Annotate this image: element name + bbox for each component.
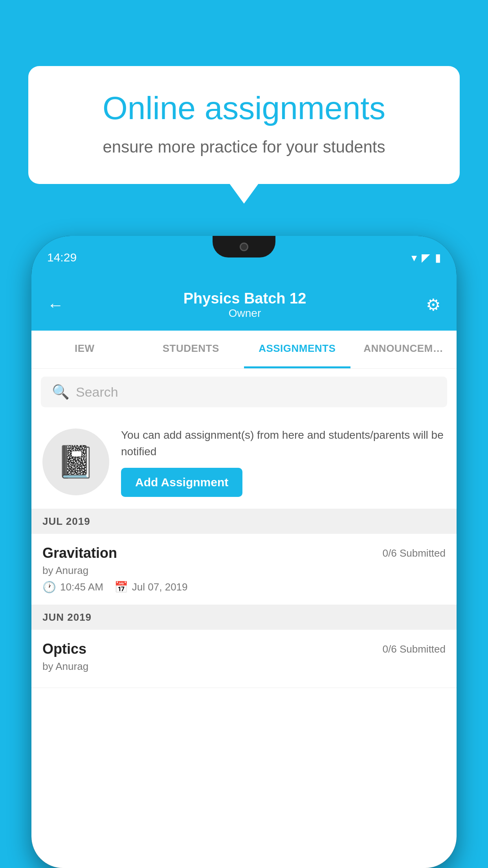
speech-bubble: Online assignments ensure more practice … [28, 66, 460, 184]
notch [213, 236, 275, 257]
calendar-icon: 📅 [114, 581, 128, 594]
assignment-item-gravitation[interactable]: Gravitation 0/6 Submitted by Anurag 🕐 10… [31, 534, 457, 605]
camera-cutout [240, 243, 248, 251]
notebook-icon: 📓 [56, 443, 95, 480]
promo-icon-circle: 📓 [42, 428, 109, 495]
clock-icon: 🕐 [42, 581, 56, 594]
phone-content: 🔍 Search 📓 You can add assignment(s) fro… [31, 369, 457, 868]
assignment-time-gravitation: 🕐 10:45 AM [42, 581, 103, 594]
signal-icon: ◤ [422, 251, 430, 264]
header-title: Physics Batch 12 [183, 290, 306, 307]
app-header: ← Physics Batch 12 Owner ⚙ [31, 279, 457, 331]
search-bar-wrap: 🔍 Search [31, 369, 457, 415]
battery-icon: ▮ [435, 251, 441, 264]
tab-students[interactable]: STUDENTS [138, 331, 244, 368]
header-title-area: Physics Batch 12 Owner [183, 290, 306, 320]
settings-icon[interactable]: ⚙ [426, 295, 441, 314]
assignment-title-gravitation: Gravitation [42, 545, 117, 561]
tab-bar: IEW STUDENTS ASSIGNMENTS ANNOUNCEM… [31, 331, 457, 369]
search-placeholder: Search [76, 384, 118, 400]
status-bar: 14:29 ▾ ◤ ▮ [31, 236, 457, 279]
section-header-jun: JUN 2019 [31, 605, 457, 630]
search-icon: 🔍 [52, 384, 70, 400]
assignment-meta-gravitation: 🕐 10:45 AM 📅 Jul 07, 2019 [42, 581, 446, 594]
promo-text: You can add assignment(s) from here and … [121, 427, 446, 460]
assignment-top-row: Gravitation 0/6 Submitted [42, 545, 446, 561]
assignment-author-optics: by Anurag [42, 660, 446, 673]
wifi-icon: ▾ [411, 251, 417, 264]
assignment-item-optics[interactable]: Optics 0/6 Submitted by Anurag [31, 630, 457, 688]
promo-content: You can add assignment(s) from here and … [121, 427, 446, 497]
assignment-submitted-gravitation: 0/6 Submitted [383, 547, 446, 559]
assignment-submitted-optics: 0/6 Submitted [383, 643, 446, 655]
search-bar[interactable]: 🔍 Search [41, 377, 447, 407]
assignment-date-text: Jul 07, 2019 [132, 581, 188, 593]
add-assignment-button[interactable]: Add Assignment [121, 468, 242, 497]
section-header-jul: JUL 2019 [31, 509, 457, 534]
assignment-title-optics: Optics [42, 641, 86, 657]
assignment-top-row-optics: Optics 0/6 Submitted [42, 641, 446, 657]
tab-assignments[interactable]: ASSIGNMENTS [244, 331, 350, 368]
bubble-title: Online assignments [56, 90, 432, 127]
status-time: 14:29 [47, 251, 77, 264]
assignment-time-text: 10:45 AM [60, 581, 103, 593]
tab-overview[interactable]: IEW [31, 331, 138, 368]
header-subtitle: Owner [183, 307, 306, 320]
status-icons: ▾ ◤ ▮ [411, 251, 441, 264]
tab-announcements[interactable]: ANNOUNCEM… [350, 331, 457, 368]
back-button[interactable]: ← [47, 296, 64, 314]
bubble-subtitle: ensure more practice for your students [56, 138, 432, 156]
phone-shell: 14:29 ▾ ◤ ▮ ← Physics Batch 12 Owner ⚙ I… [31, 236, 457, 868]
assignment-date-gravitation: 📅 Jul 07, 2019 [114, 581, 188, 594]
promo-section: 📓 You can add assignment(s) from here an… [31, 415, 457, 509]
assignment-author-gravitation: by Anurag [42, 565, 446, 577]
